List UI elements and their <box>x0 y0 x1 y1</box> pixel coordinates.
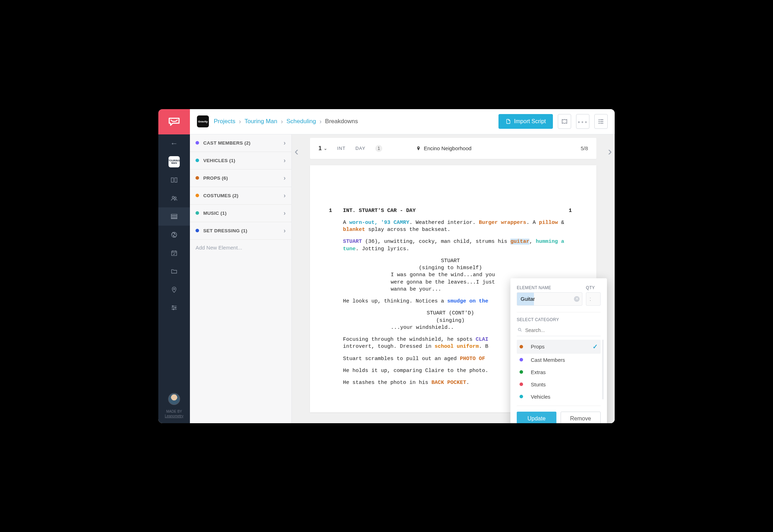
script-canvas: ‹ › 1⌄ INT DAY 1 Encino Neigborhood 5/8 <box>292 134 615 423</box>
category-option-cast-members[interactable]: Cast Members <box>517 354 601 366</box>
tagged-prop[interactable]: BACK POCKET <box>431 380 466 386</box>
svg-point-9 <box>173 288 175 290</box>
svg-rect-1 <box>175 178 177 182</box>
nav-location[interactable] <box>158 280 190 299</box>
select-category-label: SELECT CATEGORY <box>517 317 601 322</box>
nav-project[interactable]: TOURINGMAN <box>158 153 190 171</box>
project-thumbnail-icon: TOURINGMAN <box>169 159 180 164</box>
project-badge[interactable]: Gravity <box>197 115 209 127</box>
category-list[interactable]: Props✓ Cast Members Extras Stunts Vehicl… <box>517 340 603 399</box>
search-icon <box>517 327 522 334</box>
action-line: A worn-out, '93 CAMRY. Weathered interio… <box>343 219 572 234</box>
more-options-button[interactable]: ∘∘∘ <box>576 114 589 129</box>
svg-point-3 <box>174 197 176 198</box>
next-scene-button[interactable]: › <box>608 144 612 158</box>
chevron-right-icon: › <box>239 118 241 125</box>
breadcrumb-current: Breakdowns <box>325 118 358 125</box>
topbar: Gravity Projects › Touring Man › Schedul… <box>190 109 615 134</box>
breadcrumb: Projects › Touring Man › Scheduling › Br… <box>214 118 358 125</box>
footer-credit: MADE BY Leanometry <box>165 409 184 418</box>
nav-breakdown[interactable] <box>158 207 190 226</box>
chevron-right-icon: › <box>284 157 286 164</box>
element-name-input[interactable] <box>517 292 582 306</box>
list-icon <box>170 213 178 220</box>
qty-label: QTY <box>586 285 601 290</box>
folder-icon <box>170 267 178 275</box>
main-area: Gravity Projects › Touring Man › Schedul… <box>190 109 615 423</box>
qty-input[interactable] <box>586 292 601 306</box>
chevron-right-icon: › <box>284 139 286 147</box>
nav-calendar[interactable] <box>158 244 190 262</box>
categories-sidebar: CAST MEMBERS (2)› VEHICLES (1)› PROPS (6… <box>190 134 292 423</box>
nav-rail: ← TOURINGMAN MADE BY Leanometry <box>158 109 190 423</box>
scene-slug: INT. STUART'S CAR - DAY <box>343 207 561 214</box>
pin-icon <box>416 145 421 152</box>
book-icon <box>561 118 568 125</box>
svg-rect-5 <box>171 216 177 218</box>
category-costumes[interactable]: COSTUMES (2)› <box>190 187 291 205</box>
tagged-prop[interactable]: blanket <box>343 227 365 233</box>
columns-icon <box>170 176 178 184</box>
nav-people[interactable] <box>158 189 190 207</box>
nav-compare[interactable] <box>158 171 190 189</box>
chat-bubble-icon <box>168 115 180 128</box>
scene-count-badge: 1 <box>375 145 382 152</box>
nav-aperture[interactable] <box>158 226 190 244</box>
svg-rect-4 <box>171 214 177 215</box>
category-option-props[interactable]: Props✓ <box>517 340 601 354</box>
breadcrumb-projects[interactable]: Projects <box>214 118 235 125</box>
breadcrumb-section[interactable]: Scheduling <box>286 118 316 125</box>
tagged-prop[interactable]: pillow <box>539 220 558 226</box>
chevron-right-icon: › <box>319 118 322 125</box>
nav-settings[interactable] <box>158 299 190 317</box>
app-logo[interactable] <box>158 109 190 134</box>
pin-icon <box>170 286 178 293</box>
tagged-prop[interactable]: PHOTO OF <box>460 356 485 362</box>
scene-int-ext: INT <box>337 146 345 151</box>
remove-button[interactable]: Remove <box>561 412 601 423</box>
aperture-icon <box>170 231 178 239</box>
tagged-prop[interactable]: Burger wrappers <box>479 220 526 226</box>
category-music[interactable]: MUSIC (1)› <box>190 205 291 222</box>
breadcrumb-project[interactable]: Touring Man <box>244 118 277 125</box>
scene-number-dropdown[interactable]: 1⌄ <box>318 145 327 152</box>
nav-files[interactable] <box>158 262 190 280</box>
check-icon: ✓ <box>593 343 598 351</box>
add-element-input[interactable]: Add New Element... <box>190 240 291 255</box>
category-vehicles[interactable]: VEHICLES (1)› <box>190 152 291 169</box>
chevron-right-icon: › <box>281 118 283 125</box>
user-avatar[interactable] <box>168 393 180 405</box>
action-line: STUART (36), unwitting, cocky, man child… <box>343 238 572 253</box>
import-script-button[interactable]: Import Script <box>498 114 553 129</box>
tagged-costume[interactable]: school uniform <box>435 344 479 350</box>
app-frame: ← TOURINGMAN MADE BY Leanometry Gravity … <box>158 109 615 423</box>
category-set-dressing[interactable]: SET DRESSING (1)› <box>190 222 291 240</box>
tagged-prop-selected[interactable]: guitar <box>510 239 529 245</box>
view-mode-button[interactable] <box>558 114 571 129</box>
element-editor-popover: ELEMENT NAME ✕ QTY SELECT CATEGORY <box>510 278 607 423</box>
category-option-vehicles[interactable]: Vehicles <box>517 391 601 399</box>
update-button[interactable]: Update <box>517 412 556 423</box>
prev-scene-button[interactable]: ‹ <box>295 144 298 158</box>
category-cast-members[interactable]: CAST MEMBERS (2)› <box>190 134 291 152</box>
scene-number-left: 1 <box>329 207 343 214</box>
clear-icon[interactable]: ✕ <box>574 296 580 302</box>
sliders-icon <box>170 304 178 312</box>
parenthetical: (singing to himself) <box>329 265 572 272</box>
outline-button[interactable] <box>594 114 608 129</box>
scene-location[interactable]: Encino Neigborhood <box>416 145 471 152</box>
scene-time: DAY <box>355 146 365 151</box>
category-props[interactable]: PROPS (6)› <box>190 169 291 187</box>
tagged-set-dressing[interactable]: smudge on the <box>447 298 488 304</box>
category-option-stunts[interactable]: Stunts <box>517 378 601 391</box>
scene-number-right: 1 <box>561 207 572 214</box>
category-search-input[interactable] <box>517 325 601 336</box>
category-option-extras[interactable]: Extras <box>517 366 601 378</box>
tagged-cast[interactable]: CLAI <box>476 337 488 343</box>
svg-rect-0 <box>171 178 173 182</box>
tagged-vehicle[interactable]: worn-out, '93 CAMRY <box>349 220 409 226</box>
checklist-icon <box>597 118 604 125</box>
tagged-cast[interactable]: STUART <box>343 239 362 245</box>
dialogue: ...your windshield.. <box>391 324 510 331</box>
nav-back[interactable]: ← <box>158 134 190 153</box>
